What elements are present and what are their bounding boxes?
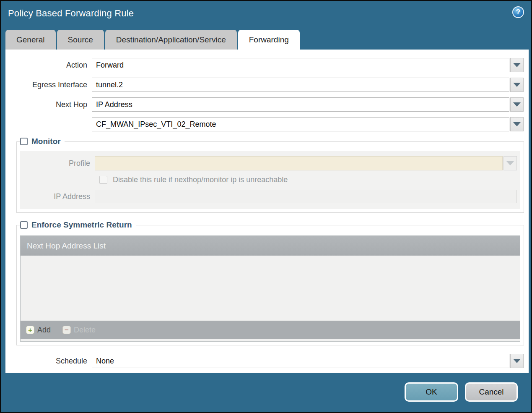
egress-interface-row: Egress Interface tunnel.2 xyxy=(5,78,524,92)
schedule-select[interactable]: None xyxy=(92,354,509,368)
enforce-symmetric-return-checkbox[interactable] xyxy=(20,221,28,229)
pbf-rule-dialog: Policy Based Forwarding Rule ? General S… xyxy=(0,0,532,413)
schedule-row: Schedule None xyxy=(5,354,524,368)
next-hop-address-list-header: Next Hop Address List xyxy=(21,236,520,256)
tab-bar: General Source Destination/Application/S… xyxy=(5,30,300,50)
profile-dropdown-button-disabled xyxy=(503,156,517,170)
tab-forwarding[interactable]: Forwarding xyxy=(238,30,300,50)
chevron-down-icon xyxy=(513,359,521,363)
cancel-button[interactable]: Cancel xyxy=(465,382,518,402)
enforce-symmetric-return-section: Enforce Symmetric Return Next Hop Addres… xyxy=(16,220,524,345)
monitor-ip-address-row: IP Address xyxy=(20,190,517,203)
table-under-strip xyxy=(20,339,520,342)
next-hop-address-row: CF_MWAN_IPsec_VTI_02_Remote xyxy=(5,117,524,131)
schedule-label: Schedule xyxy=(5,357,92,366)
profile-label: Profile xyxy=(20,159,95,168)
next-hop-row: Next Hop IP Address xyxy=(5,97,524,112)
schedule-dropdown-button[interactable] xyxy=(510,354,524,368)
egress-interface-label: Egress Interface xyxy=(5,81,92,89)
monitor-ip-address-label: IP Address xyxy=(20,192,95,201)
chevron-down-icon xyxy=(513,63,521,67)
monitor-legend: Monitor xyxy=(20,137,65,146)
next-hop-address-dropdown-button[interactable] xyxy=(510,117,524,131)
plus-icon: + xyxy=(26,326,34,334)
next-hop-type-dropdown-button[interactable] xyxy=(510,97,524,112)
chevron-down-icon xyxy=(513,83,521,87)
next-hop-address-list-table: Next Hop Address List + Add − Delete xyxy=(20,235,520,339)
add-button-label: Add xyxy=(37,326,51,335)
enforce-symmetric-return-legend: Enforce Symmetric Return xyxy=(20,220,136,230)
monitor-legend-label: Monitor xyxy=(31,137,61,146)
disable-rule-checkbox xyxy=(99,176,107,184)
action-row: Action Forward xyxy=(5,58,524,72)
action-select[interactable]: Forward xyxy=(92,58,509,72)
next-hop-label: Next Hop xyxy=(5,100,92,109)
enforce-symmetric-return-label: Enforce Symmetric Return xyxy=(31,220,132,230)
next-hop-type-select[interactable]: IP Address xyxy=(92,97,509,112)
profile-select-disabled xyxy=(95,156,503,170)
help-icon[interactable]: ? xyxy=(512,6,524,18)
chevron-down-icon xyxy=(513,122,521,126)
egress-interface-dropdown-button[interactable] xyxy=(510,78,524,92)
next-hop-address-list-body[interactable] xyxy=(21,256,520,321)
monitor-section: Monitor Profile Disable this rule if nex… xyxy=(16,137,524,213)
delete-button-label: Delete xyxy=(74,326,96,335)
action-dropdown-button[interactable] xyxy=(510,58,524,72)
monitor-checkbox[interactable] xyxy=(20,138,28,145)
tab-general[interactable]: General xyxy=(5,30,56,50)
minus-icon: − xyxy=(62,326,71,334)
egress-interface-select[interactable]: tunnel.2 xyxy=(92,78,509,92)
disable-rule-row: Disable this rule if nexthop/monitor ip … xyxy=(99,175,517,184)
next-hop-address-list-toolbar: + Add − Delete xyxy=(21,321,520,339)
action-label: Action xyxy=(5,61,92,70)
tab-destination-application-service[interactable]: Destination/Application/Service xyxy=(105,30,237,50)
next-hop-address-input[interactable]: CF_MWAN_IPsec_VTI_02_Remote xyxy=(92,117,509,131)
chevron-down-icon xyxy=(506,161,514,165)
delete-button-disabled: − Delete xyxy=(62,326,96,335)
ok-button[interactable]: OK xyxy=(405,382,458,402)
chevron-down-icon xyxy=(513,102,521,107)
tab-source[interactable]: Source xyxy=(57,30,104,50)
disable-rule-label: Disable this rule if nexthop/monitor ip … xyxy=(113,175,288,184)
forwarding-tab-panel: Action Forward Egress Interface tunnel.2… xyxy=(5,50,529,373)
dialog-title: Policy Based Forwarding Rule xyxy=(8,8,134,19)
monitor-ip-address-input-disabled xyxy=(95,190,517,203)
monitor-panel: Profile Disable this rule if nexthop/mon… xyxy=(20,151,520,209)
profile-row: Profile xyxy=(20,156,517,170)
add-button[interactable]: + Add xyxy=(26,326,51,335)
